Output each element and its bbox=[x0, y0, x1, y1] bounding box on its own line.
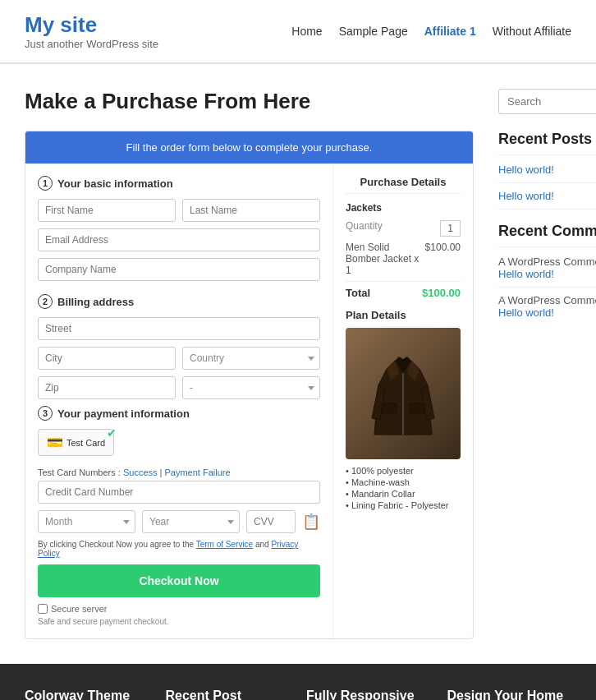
main-nav: Home Sample Page Affiliate 1 Without Aff… bbox=[291, 25, 571, 38]
zip-extra-select[interactable]: - bbox=[182, 376, 320, 399]
quantity-row: Quantity 1 bbox=[346, 220, 461, 237]
quantity-label: Quantity bbox=[346, 220, 383, 237]
comment-post-link-1[interactable]: Hello world! bbox=[498, 268, 554, 280]
recent-comments-title: Recent Comments bbox=[498, 223, 596, 247]
form-right: Purchase Details Jackets Quantity 1 Men … bbox=[333, 163, 473, 638]
success-link[interactable]: Success bbox=[123, 467, 158, 477]
section2-num: 2 bbox=[38, 294, 53, 309]
main-container: Make a Purchase From Here Fill the order… bbox=[0, 64, 596, 664]
footer-col-1-title: Colorway Theme bbox=[25, 688, 149, 700]
total-row: Total $100.00 bbox=[346, 281, 461, 299]
secure-row: Secure server bbox=[38, 604, 320, 614]
total-value: $100.00 bbox=[422, 287, 461, 299]
failure-link[interactable]: Payment Failure bbox=[164, 467, 230, 477]
test-card-info: Test Card Numbers : Success | Payment Fa… bbox=[38, 467, 320, 477]
credit-card-icon: 💳 bbox=[47, 435, 63, 450]
post-link-2[interactable]: Hello world! bbox=[498, 190, 596, 202]
nav-home[interactable]: Home bbox=[291, 25, 322, 38]
card-scan-icon: 📋 bbox=[302, 510, 320, 533]
footer-col-4-title: Design Your Home bbox=[447, 688, 572, 700]
footer-main: Colorway Theme Footer is widgetized. To … bbox=[0, 664, 596, 700]
header: My site Just another WordPress site Home… bbox=[0, 0, 596, 63]
item-row: Men Solid Bomber Jacket x 1 $100.00 bbox=[346, 242, 461, 276]
footer-col-1: Colorway Theme Footer is widgetized. To … bbox=[25, 688, 149, 700]
card-details-row: Month Year 📋 bbox=[38, 510, 320, 533]
checkout-button[interactable]: Checkout Now bbox=[38, 564, 320, 597]
section3-num: 3 bbox=[38, 406, 53, 421]
form-left: 1 Your basic information 2 Billing addre… bbox=[25, 163, 333, 638]
site-tagline: Just another WordPress site bbox=[25, 38, 158, 50]
form-body: 1 Your basic information 2 Billing addre… bbox=[25, 163, 473, 638]
bullet-1: 100% polyester bbox=[346, 466, 461, 476]
nav-sample[interactable]: Sample Page bbox=[339, 25, 408, 38]
nav-affiliate1[interactable]: Affiliate 1 bbox=[424, 25, 476, 38]
item-label: Men Solid Bomber Jacket x 1 bbox=[346, 242, 425, 276]
form-header: Fill the order form below to complete yo… bbox=[25, 131, 473, 163]
content-area: Make a Purchase From Here Fill the order… bbox=[25, 89, 474, 639]
country-select[interactable]: Country bbox=[182, 347, 320, 370]
cvv-input[interactable] bbox=[246, 510, 296, 533]
section1-num: 1 bbox=[38, 176, 53, 191]
month-select[interactable]: Month bbox=[38, 510, 135, 533]
test-card-button[interactable]: 💳 Test Card ✔ bbox=[38, 429, 114, 456]
jacket-image bbox=[346, 328, 461, 459]
site-branding: My site Just another WordPress site bbox=[25, 12, 158, 50]
email-input[interactable] bbox=[38, 228, 320, 251]
secure-label: Secure server bbox=[51, 604, 107, 614]
footer-col-2-title: Recent Post bbox=[166, 688, 291, 700]
plan-title: Plan Details bbox=[346, 309, 461, 321]
site-title: My site bbox=[25, 12, 158, 38]
item-price: $100.00 bbox=[425, 242, 461, 276]
footer-col-3-title: Fully Responsive bbox=[306, 688, 431, 700]
footer-col-4: Design Your Home Express your creativity… bbox=[447, 688, 572, 700]
terms-link[interactable]: Term of Service bbox=[196, 540, 253, 549]
svg-rect-2 bbox=[410, 403, 424, 413]
city-country-row: Country bbox=[38, 347, 320, 370]
comment-1: A WordPress Commenter on Hello world! bbox=[498, 256, 596, 280]
footer-col-2: Recent Post Worth A Thousand Words Categ… bbox=[166, 688, 291, 700]
first-name-input[interactable] bbox=[38, 199, 176, 222]
test-card-label: Test Card bbox=[66, 438, 105, 448]
city-input[interactable] bbox=[38, 347, 176, 370]
bullet-list: 100% polyester Machine-wash Mandarin Col… bbox=[346, 466, 461, 510]
recent-posts-title: Recent Posts bbox=[498, 131, 596, 155]
safe-text: Safe and secure payment checkout. bbox=[38, 617, 320, 626]
bullet-2: Machine-wash bbox=[346, 477, 461, 487]
jacket-svg bbox=[370, 344, 436, 443]
company-input[interactable] bbox=[38, 258, 320, 281]
bullet-4: Lining Fabric - Polyester bbox=[346, 500, 461, 510]
svg-rect-1 bbox=[382, 403, 397, 413]
total-label: Total bbox=[346, 287, 370, 299]
comment-post-link-2[interactable]: Hello world! bbox=[498, 306, 554, 319]
zip-row: - bbox=[38, 376, 320, 399]
sidebar: 🔍 Recent Posts Hello world! Hello world!… bbox=[498, 89, 596, 639]
page-title: Make a Purchase From Here bbox=[25, 89, 474, 114]
quantity-value: 1 bbox=[440, 220, 461, 237]
payment-section: 💳 Test Card ✔ Test Card Numbers : Succes… bbox=[38, 429, 320, 626]
year-select[interactable]: Year bbox=[142, 510, 240, 533]
check-icon: ✔ bbox=[107, 426, 117, 440]
post-link-1[interactable]: Hello world! bbox=[498, 163, 596, 176]
comment-2: A WordPress Commenter on Hello world! bbox=[498, 294, 596, 319]
nav-without-affiliate[interactable]: Without Affiliate bbox=[493, 25, 571, 38]
credit-card-input[interactable] bbox=[38, 481, 320, 504]
purchase-title: Purchase Details bbox=[346, 176, 461, 194]
section2-label: 2 Billing address bbox=[38, 294, 320, 309]
name-row bbox=[38, 199, 320, 222]
last-name-input[interactable] bbox=[182, 199, 320, 222]
purchase-form-container: Fill the order form below to complete yo… bbox=[25, 131, 474, 639]
section1-label: 1 Your basic information bbox=[38, 176, 320, 191]
footer-col-3: Fully Responsive Colorway is a unique re… bbox=[306, 688, 431, 700]
product-name: Jackets bbox=[346, 202, 461, 214]
search-box: 🔍 bbox=[498, 89, 596, 114]
bullet-3: Mandarin Collar bbox=[346, 489, 461, 499]
terms-text: By clicking Checkout Now you agree to th… bbox=[38, 540, 320, 558]
secure-checkbox[interactable] bbox=[38, 604, 48, 614]
section3-label: 3 Your payment information bbox=[38, 406, 320, 421]
search-input[interactable] bbox=[498, 89, 596, 114]
zip-input[interactable] bbox=[38, 376, 176, 399]
street-input[interactable] bbox=[38, 317, 320, 340]
